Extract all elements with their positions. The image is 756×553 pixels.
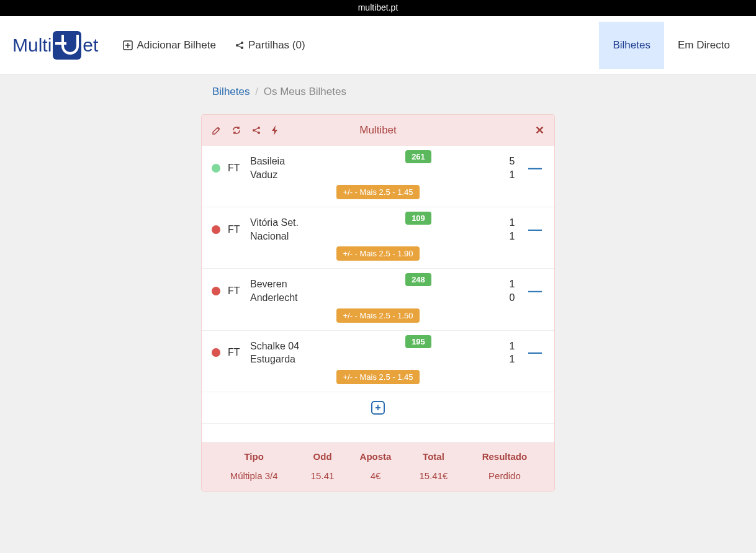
- bet-row: FT Basileia Vaduz 261 5 1 — +/- - Mais 2…: [202, 146, 554, 207]
- tab-bilhetes[interactable]: Bilhetes: [599, 22, 664, 69]
- bet-row: FT Schalke 04 Estugarda 195 1 1 — +/- - …: [202, 331, 554, 392]
- code-badge: 261: [405, 150, 431, 163]
- svg-point-1: [236, 44, 238, 47]
- home-team: Basileia: [250, 155, 331, 168]
- market-badge: +/- - Mais 2.5 - 1.45: [336, 185, 419, 199]
- away-team: Anderlecht: [250, 291, 331, 305]
- th-result: Resultado: [461, 451, 548, 470]
- score-away: 0: [506, 291, 518, 305]
- bet-row: FT Beveren Anderlecht 248 1 0 — +/- - Ma…: [202, 269, 554, 330]
- score-home: 1: [506, 339, 518, 353]
- breadcrumb-current: Os Meus Bilhetes: [264, 86, 346, 97]
- refresh-icon[interactable]: [232, 125, 241, 135]
- away-team: Nacional: [250, 230, 331, 243]
- ft-label: FT: [228, 347, 243, 358]
- ticket-card: Multibet ✕ FT Basileia Vaduz 261 5 1 — +…: [201, 114, 555, 492]
- breadcrumb: Bilhetes / Os Meus Bilhetes: [201, 86, 555, 98]
- th-total: Total: [406, 451, 461, 470]
- svg-point-2: [241, 42, 243, 44]
- code-badge: 195: [405, 335, 431, 348]
- score-home: 1: [506, 277, 518, 291]
- home-team: Beveren: [250, 277, 331, 291]
- spacer: [202, 424, 554, 443]
- add-bet-row: +: [202, 392, 554, 424]
- add-ticket-link[interactable]: Adicionar Bilhete: [123, 39, 216, 52]
- ft-label: FT: [228, 163, 243, 174]
- tab-em-directo[interactable]: Em Directo: [664, 22, 744, 69]
- logo-icon: [53, 31, 81, 60]
- ft-label: FT: [228, 224, 243, 235]
- th-odd: Odd: [300, 451, 345, 470]
- code-badge: 248: [405, 273, 431, 286]
- logo-text-1: Multi: [12, 35, 52, 56]
- shares-link[interactable]: Partilhas (0): [235, 39, 305, 52]
- score-home: 5: [506, 155, 518, 168]
- status-dot: [212, 348, 220, 357]
- score-away: 1: [506, 230, 518, 243]
- away-team: Vaduz: [250, 168, 331, 182]
- td-result: Perdido: [461, 470, 548, 481]
- remove-bet-icon[interactable]: —: [526, 344, 544, 361]
- th-stake: Aposta: [345, 451, 406, 470]
- score-away: 1: [506, 353, 518, 366]
- market-badge: +/- - Mais 2.5 - 1.90: [336, 246, 419, 261]
- svg-point-3: [241, 47, 243, 49]
- breadcrumb-root[interactable]: Bilhetes: [212, 86, 250, 97]
- status-dot: [212, 287, 220, 295]
- share-icon-small[interactable]: [251, 125, 261, 135]
- home-team: Vitória Set.: [250, 216, 331, 230]
- share-icon: [235, 40, 245, 50]
- breadcrumb-sep: /: [255, 86, 258, 97]
- home-team: Schalke 04: [250, 339, 331, 353]
- remove-bet-icon[interactable]: —: [526, 222, 544, 238]
- edit-icon[interactable]: [212, 125, 222, 135]
- td-total: 15.41€: [406, 470, 461, 481]
- url-bar: multibet.pt: [0, 0, 756, 16]
- logo-text-2: et: [83, 35, 98, 56]
- add-bet-button[interactable]: +: [371, 401, 385, 415]
- td-type: Múltipla 3/4: [208, 470, 300, 481]
- svg-point-5: [258, 127, 260, 129]
- score-home: 1: [506, 216, 518, 230]
- remove-bet-icon[interactable]: —: [526, 160, 544, 176]
- summary: Tipo Odd Aposta Total Resultado Múltipla…: [202, 443, 554, 491]
- away-team: Estugarda: [250, 353, 331, 366]
- score-away: 1: [506, 168, 518, 182]
- td-odd: 15.41: [300, 470, 345, 481]
- status-dot: [212, 225, 220, 234]
- plus-square-icon: [123, 40, 133, 50]
- close-icon[interactable]: ✕: [535, 124, 544, 137]
- svg-point-4: [253, 129, 255, 132]
- td-stake: 4€: [345, 470, 406, 481]
- svg-point-6: [258, 132, 260, 134]
- add-ticket-label: Adicionar Bilhete: [137, 39, 216, 52]
- th-type: Tipo: [208, 451, 300, 470]
- status-dot: [212, 164, 220, 173]
- remove-bet-icon[interactable]: —: [526, 283, 544, 299]
- ticket-header: Multibet ✕: [202, 115, 554, 146]
- code-badge: 109: [405, 212, 431, 225]
- shares-label: Partilhas (0): [248, 39, 305, 52]
- top-nav: Multi et Adicionar Bilhete Partilhas (0)…: [0, 16, 756, 74]
- bet-row: FT Vitória Set. Nacional 109 1 1 — +/- -…: [202, 207, 554, 269]
- bolt-icon[interactable]: [271, 125, 279, 135]
- market-badge: +/- - Mais 2.5 - 1.45: [336, 370, 419, 384]
- ft-label: FT: [228, 285, 243, 297]
- logo[interactable]: Multi et: [12, 31, 98, 60]
- market-badge: +/- - Mais 2.5 - 1.50: [336, 308, 419, 323]
